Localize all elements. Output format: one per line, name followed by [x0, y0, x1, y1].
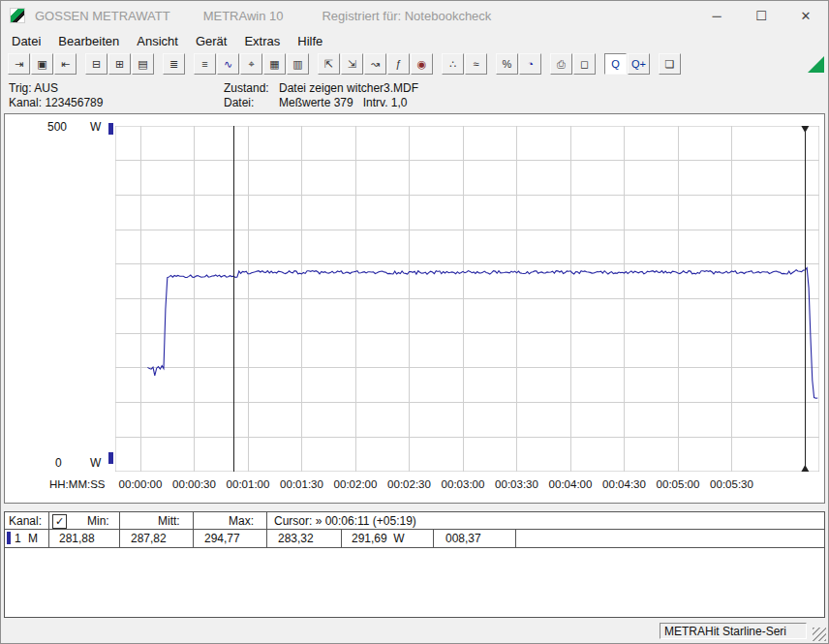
trig-value: AUS — [34, 81, 58, 95]
x-tick-label: 00:04:00 — [541, 478, 599, 490]
trig-label: Trig: AUS — [9, 81, 58, 95]
toolbar-group: ∴≈ — [442, 53, 488, 75]
menu-bearbeiten[interactable]: Bearbeiten — [49, 32, 128, 50]
title-bar: GOSSEN METRAWATT METRAwin 10 Registriert… — [1, 1, 828, 30]
x-tick-label: 00:04:30 — [596, 478, 654, 490]
min-value: 281,88 — [59, 532, 95, 545]
y-unit-bottom-label: W — [90, 456, 101, 470]
green-corner-icon — [808, 56, 824, 73]
function-button[interactable]: ƒ — [387, 53, 410, 75]
window-import-button[interactable]: ⇲ — [341, 53, 363, 75]
table-divider — [515, 529, 516, 547]
x-tick-label: 00:05:00 — [649, 478, 707, 490]
card-config-button[interactable]: ▤ — [132, 53, 154, 75]
title-brand: GOSSEN METRAWATT — [35, 9, 170, 23]
zoom-window-button[interactable]: Q — [604, 53, 627, 75]
x-tick-label: 00:01:30 — [273, 478, 331, 490]
power-plot[interactable] — [115, 126, 819, 472]
channel-number[interactable]: 1 — [15, 532, 21, 545]
tooltip-button[interactable]: ❏ — [659, 53, 681, 75]
table-cursor-header: Cursor: » 00:06:11 (+05:19) — [274, 514, 416, 528]
print-preview-button[interactable]: ◻ — [573, 53, 596, 75]
toolbar-group: ❏ — [659, 53, 682, 75]
toolbar-group: QQ+ — [604, 53, 651, 75]
table-mitt-header: Mitt: — [158, 514, 180, 528]
waveform-button[interactable]: ≈ — [465, 53, 487, 75]
toolbar-group: ⇥▣⇤ — [8, 53, 77, 75]
file-open-button[interactable]: ⇤ — [54, 53, 77, 75]
app-logo-icon — [10, 8, 25, 23]
x-tick-label: 00:00:30 — [166, 478, 224, 490]
percent-button[interactable]: % — [496, 53, 518, 75]
title-registered: Registriert für: Notebookcheck — [322, 9, 491, 23]
file-import-button[interactable]: ⇥ — [8, 53, 30, 75]
table-divider — [5, 529, 824, 530]
table-divider — [193, 512, 194, 547]
menu-gerät[interactable]: Gerät — [187, 32, 236, 50]
x-tick-label: 00:01:00 — [219, 478, 277, 490]
cursor2-value: 291,69 W — [352, 532, 405, 545]
maximize-button[interactable]: ☐ — [739, 1, 783, 30]
title-app-name: METRAwin 10 — [203, 9, 284, 23]
meter-button[interactable]: ◉ — [411, 53, 433, 75]
x-tick-label: 00:05:30 — [703, 478, 761, 490]
range-marker-top-icon[interactable] — [108, 123, 113, 135]
y-max-label: 500 — [47, 120, 67, 134]
toolbar-group: ≣ — [163, 53, 186, 75]
x-tick-label: 00:02:30 — [381, 478, 439, 490]
resize-grip-icon[interactable] — [813, 628, 826, 641]
menu-datei[interactable]: Datei — [3, 32, 49, 50]
table-divider — [433, 529, 434, 547]
view-table-button[interactable]: ▦ — [263, 53, 286, 75]
toolbar-group: ⇱⇲↝ƒ◉ — [318, 53, 434, 75]
menu-extras[interactable]: Extras — [235, 32, 289, 50]
view-list-button[interactable]: ≡ — [194, 53, 216, 75]
stats-button[interactable]: ∴ — [442, 53, 464, 75]
kanal-value: 123456789 — [45, 96, 103, 109]
device-status: METRAHit Starline-Seri — [660, 623, 807, 639]
table-divider — [48, 512, 49, 547]
print-button[interactable]: ⎙ — [550, 53, 572, 75]
channel-table: Kanal: ✓ Min: Mitt: Max: Cursor: » 00:06… — [4, 511, 825, 618]
x-tick-label: 00:00:00 — [111, 478, 169, 490]
card-read-button[interactable]: ⊟ — [85, 53, 107, 75]
print-log-button[interactable]: ≣ — [163, 53, 185, 75]
card-write-button[interactable]: ⊞ — [108, 53, 131, 75]
minimize-button[interactable]: ─ — [694, 1, 739, 30]
view-bars-button[interactable]: ▥ — [287, 53, 309, 75]
zustand-label: Zustand: — [224, 81, 269, 95]
x-tick-label: 00:03:30 — [488, 478, 546, 490]
datei-label: Datei: — [224, 96, 254, 109]
cursor1-value: 283,32 — [278, 532, 314, 545]
zoom-in-button[interactable]: Q+ — [628, 53, 650, 75]
trend-button[interactable]: ↝ — [364, 53, 386, 75]
table-divider — [266, 512, 267, 547]
delta-value: 008,37 — [445, 532, 481, 545]
toolbar-group: %◔ — [496, 53, 542, 75]
menu-hilfe[interactable]: Hilfe — [289, 32, 331, 50]
toolbar-group: ≡∿⌖▦▥ — [194, 53, 310, 75]
metrawin-window: { "window": { "brand": "GOSSEN METRAWATT… — [0, 0, 829, 644]
window-controls: ─ ☐ ✕ — [694, 1, 828, 30]
x-tick-label: 00:03:00 — [434, 478, 492, 490]
zustand-value: Datei zeigen witcher3.MDF — [279, 81, 418, 95]
y-min-label: 0 — [55, 456, 62, 470]
toolbar-group: ⎙◻ — [550, 53, 597, 75]
close-button[interactable]: ✕ — [783, 1, 828, 30]
table-kanal-header: Kanal: — [9, 514, 42, 528]
clock-button[interactable]: ◔ — [519, 53, 541, 75]
view-crosshair-button[interactable]: ⌖ — [240, 53, 262, 75]
table-divider — [341, 529, 342, 547]
channel-visible-checkbox[interactable]: ✓ — [52, 514, 67, 529]
view-graph-button[interactable]: ∿ — [217, 53, 239, 75]
range-marker-bottom-icon[interactable] — [108, 452, 113, 464]
chart-panel: 500 W 0 W HH:MM:SS 00:00:0000:00:3000:01… — [4, 113, 825, 504]
toolbar-group: ⊟⊞▤ — [85, 53, 155, 75]
datei-value: Meßwerte 379 Intrv. 1,0 — [279, 96, 408, 109]
x-tick-label: 00:02:00 — [326, 478, 384, 490]
menu-ansicht[interactable]: Ansicht — [128, 32, 187, 50]
mitt-value: 287,82 — [131, 532, 167, 545]
channel-color-marker — [7, 532, 11, 544]
window-export-button[interactable]: ⇱ — [318, 53, 340, 75]
file-save-button[interactable]: ▣ — [31, 53, 53, 75]
